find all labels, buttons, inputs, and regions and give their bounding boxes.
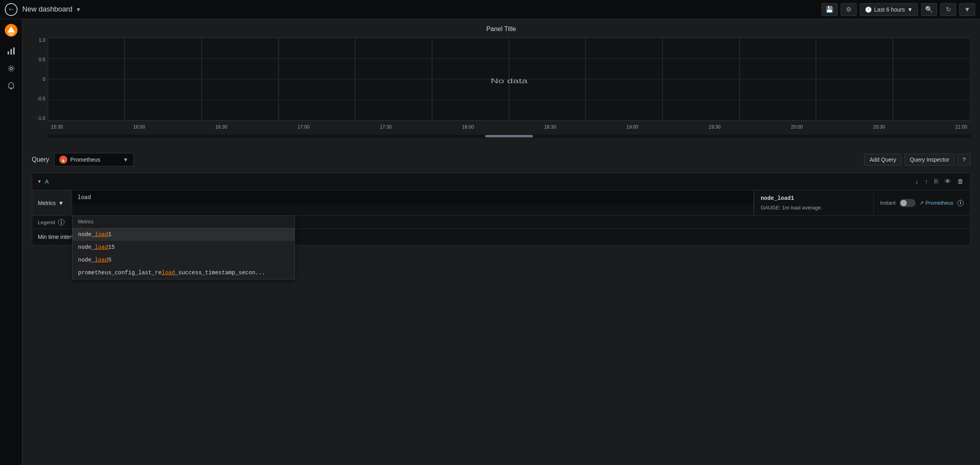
collapse-icon[interactable]: ▼ <box>37 179 42 184</box>
metrics-input[interactable] <box>72 190 754 205</box>
prometheus-link-label: Prometheus <box>925 200 953 206</box>
svg-rect-4 <box>8 51 9 55</box>
autocomplete-header: Metrics <box>72 216 295 228</box>
clock-icon: 🕐 <box>865 6 872 13</box>
copy-icon[interactable]: ⎘ <box>933 176 940 187</box>
save-icon: 💾 <box>826 6 834 13</box>
svg-rect-6 <box>13 47 15 55</box>
svg-text:No data: No data <box>491 77 528 85</box>
top-nav: ← New dashboard ▼ 💾 ⚙ 🕐 Last 6 hours ▼ 🔍… <box>0 0 980 19</box>
highlight-text: load <box>162 270 175 276</box>
gear-icon <box>7 64 16 73</box>
x-axis-label: 19:30 <box>709 124 720 130</box>
instant-toggle[interactable] <box>900 199 916 207</box>
query-label: Query <box>32 156 49 163</box>
toggle-visibility-icon[interactable]: 👁 <box>943 176 953 187</box>
gear-icon: ⚙ <box>846 6 851 13</box>
refresh-icon: ↻ <box>946 6 951 13</box>
x-axis-label: 20:00 <box>791 124 803 130</box>
autocomplete-item[interactable]: prometheus_config_last_reload_success_ti… <box>72 266 295 279</box>
x-axis-label: 17:30 <box>380 124 392 130</box>
chart-x-axis: 15:30 16:00 16:30 17:00 17:30 18:00 18:3… <box>48 121 970 133</box>
x-axis-label: 17:00 <box>298 124 310 130</box>
y-axis-label: -1.0 <box>37 115 45 121</box>
autocomplete-item[interactable]: node_load15 <box>72 241 295 254</box>
svg-point-7 <box>10 67 12 70</box>
query-inspector-button[interactable]: Query Inspector <box>904 154 955 166</box>
bell-icon <box>7 82 16 90</box>
svg-point-8 <box>8 66 14 71</box>
add-query-button[interactable]: Add Query <box>864 154 901 166</box>
content-area: Panel Title 1.0 0.5 0 -0.5 -1.0 <box>22 19 980 465</box>
chart-y-axis: 1.0 0.5 0 -0.5 -1.0 <box>32 37 48 121</box>
highlight-text: load <box>95 244 108 250</box>
chart-svg: No data <box>48 38 970 121</box>
legend-info-icon[interactable]: ℹ <box>58 219 64 225</box>
time-picker-button[interactable]: 🕐 Last 6 hours ▼ <box>860 3 918 16</box>
scrollbar-thumb[interactable] <box>485 135 533 137</box>
highlight-text: load <box>95 231 108 238</box>
settings-button[interactable]: ⚙ <box>841 3 857 16</box>
autocomplete-item[interactable]: node_load1 <box>72 228 295 241</box>
query-row-header: ▼ A ↓ ↑ ⎘ 👁 🗑 <box>32 173 970 190</box>
query-header: Query 🔥 Prometheus ▼ <box>32 153 970 166</box>
metrics-button[interactable]: Metrics ▼ <box>32 190 72 215</box>
save-button[interactable]: 💾 <box>822 3 837 16</box>
highlight-text: load <box>95 257 108 263</box>
search-button[interactable]: 🔍 <box>921 3 937 16</box>
sidebar-item-settings[interactable] <box>3 61 19 76</box>
refresh-caret-icon: ▼ <box>964 6 970 13</box>
sidebar <box>0 19 22 465</box>
query-section: Query 🔥 Prometheus ▼ <box>22 147 980 465</box>
metrics-input-wrap: Metrics node_load1 node_load15 node_load… <box>72 190 754 215</box>
svg-rect-3 <box>9 35 13 35</box>
sidebar-item-visualization[interactable] <box>3 43 19 59</box>
x-axis-label: 19:00 <box>627 124 638 130</box>
time-picker-label: Last 6 hours <box>874 6 905 13</box>
legend-label: Legend <box>38 219 55 225</box>
prometheus-link[interactable]: ↗ Prometheus <box>919 200 953 206</box>
metrics-row: Metrics ▼ Metrics node_load1 node_lo <box>32 190 970 215</box>
nav-right: 💾 ⚙ 🕐 Last 6 hours ▼ 🔍 ↻ ▼ <box>822 3 975 16</box>
chart-scrollbar[interactable] <box>48 135 970 138</box>
svg-rect-5 <box>10 49 12 55</box>
info-icon[interactable]: ℹ <box>957 200 964 206</box>
panel-title: Panel Title <box>32 25 970 33</box>
refresh-caret-button[interactable]: ▼ <box>959 3 975 16</box>
time-picker-caret-icon: ▼ <box>907 6 913 13</box>
autocomplete-item[interactable]: node_load5 <box>72 254 295 266</box>
metrics-label: Metrics <box>38 200 56 206</box>
x-axis-label: 20:30 <box>873 124 885 130</box>
delete-icon[interactable]: 🗑 <box>956 176 965 187</box>
x-axis-label: 15:30 <box>51 124 63 130</box>
datasource-name: Prometheus <box>70 156 120 163</box>
query-row-label: ▼ A <box>37 178 49 185</box>
metrics-dropdown-icon: ▼ <box>58 200 64 206</box>
datasource-select[interactable]: 🔥 Prometheus ▼ <box>54 153 134 166</box>
y-axis-label: -0.5 <box>37 96 45 102</box>
move-down-icon[interactable]: ↓ <box>914 176 920 187</box>
y-axis-label: 0.5 <box>39 57 45 63</box>
y-axis-label: 0 <box>43 76 45 82</box>
panel-area: Panel Title 1.0 0.5 0 -0.5 -1.0 <box>22 19 980 147</box>
svg-rect-2 <box>8 33 14 34</box>
dashboard-caret-icon[interactable]: ▼ <box>76 6 81 13</box>
x-axis-label: 21:00 <box>955 124 967 130</box>
query-row-id: A <box>45 178 49 185</box>
svg-point-10 <box>10 88 12 90</box>
dashboard-title: New dashboard ▼ <box>22 5 81 14</box>
sidebar-item-alerts[interactable] <box>3 78 19 94</box>
move-up-icon[interactable]: ↑ <box>923 176 929 187</box>
chart-bar-icon <box>7 47 16 55</box>
logo-icon <box>4 23 18 37</box>
svg-text:🔥: 🔥 <box>61 157 66 162</box>
back-button[interactable]: ← <box>5 3 18 16</box>
query-header-left: Query 🔥 Prometheus ▼ <box>32 153 134 166</box>
chart-main[interactable]: No data <box>48 37 970 121</box>
x-axis-label: 16:30 <box>215 124 227 130</box>
main-layout: Panel Title 1.0 0.5 0 -0.5 -1.0 <box>0 19 980 465</box>
metric-detail-description: GAUGE: 1m load average. <box>761 205 867 211</box>
autocomplete-dropdown: Metrics node_load1 node_load15 node_load… <box>72 215 295 279</box>
refresh-button[interactable]: ↻ <box>940 3 956 16</box>
query-help-button[interactable]: ? <box>958 154 970 166</box>
